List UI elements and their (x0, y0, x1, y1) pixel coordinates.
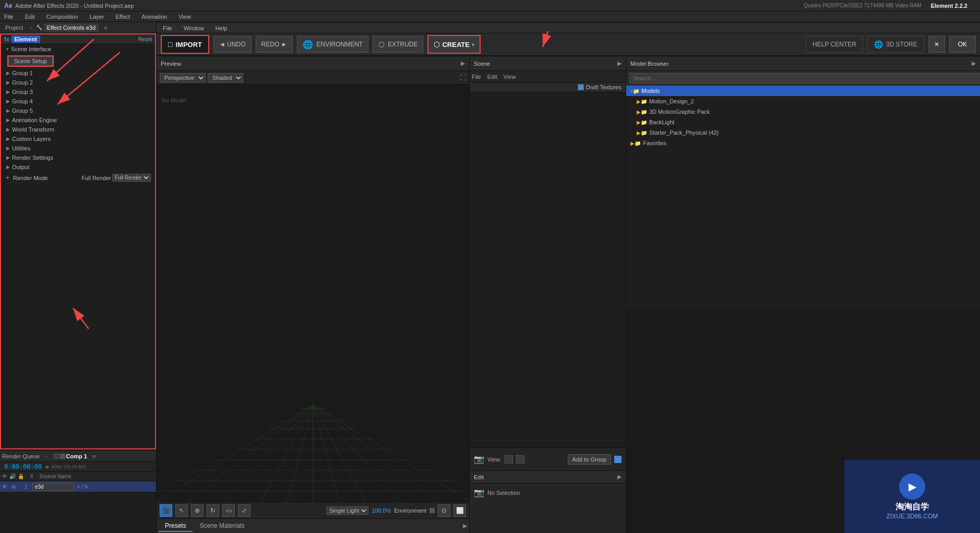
scene-setup-button[interactable]: Scene Setup (8, 56, 53, 66)
layer-row: 👁 ⊕ 1 e3d ≈ / fx (0, 481, 156, 492)
model-browser-search[interactable] (629, 73, 980, 84)
tabs-expand[interactable]: ▶ (463, 523, 467, 529)
scene-menu-window[interactable]: Window (182, 24, 206, 32)
scene-panel: Scene ▶ File Edit View Draft Textures 📷 … (470, 56, 626, 533)
menu-composition[interactable]: Composition (44, 13, 80, 21)
tab-project[interactable]: Project (2, 23, 26, 32)
mb-item-3d-motion[interactable]: ▶📁 3D MotionGraphic Pack (626, 106, 980, 117)
tree-output[interactable]: ▶ Output (1, 162, 155, 172)
tab-comp1[interactable]: Comp 1 (66, 453, 87, 459)
tree-world-transform[interactable]: ▶ World Transform (1, 125, 155, 134)
menu-bar: File Edit Composition Layer Effect Anima… (0, 11, 980, 22)
menu-animation[interactable]: Animation (139, 13, 169, 21)
folder-open-icon: ▾📁 (630, 88, 639, 94)
tree-animation-engine[interactable]: ▶ Animation Engine (1, 115, 155, 125)
store-button[interactable]: 🌐 3D STORE (867, 36, 924, 53)
time-display: 0:00:00:00 (2, 463, 44, 470)
scene-menu-help[interactable]: Help (213, 24, 230, 32)
scene-view[interactable]: View (504, 74, 516, 80)
preview-title: Preview (161, 61, 181, 67)
scene-edit[interactable]: Edit (487, 74, 497, 80)
menu-file[interactable]: File (2, 13, 16, 21)
timeline-toolbar: 0:00:00:00 ▶ 30fps (25.00 fps) (0, 462, 156, 472)
preview-expand[interactable]: ▶ (461, 60, 465, 67)
import-button[interactable]: □ IMPORT (161, 35, 209, 54)
svg-line-12 (313, 405, 469, 502)
help-button[interactable]: HELP CENTER (806, 36, 863, 53)
tree-group5[interactable]: ▶ Group 5 (1, 106, 155, 115)
tree-utilities[interactable]: ▶ Utilities (1, 144, 155, 153)
preview-tabs: Presets Scene Materials ▶ (157, 518, 469, 533)
add-to-group-button[interactable]: Add to Group (568, 454, 611, 465)
camera-btn[interactable]: 🎥 (160, 504, 172, 517)
draft-textures-checkbox[interactable] (578, 84, 584, 90)
mb-expand[interactable]: ▶ (972, 60, 976, 67)
menu-edit[interactable]: Edit (23, 13, 37, 21)
add-btn[interactable]: ⊕ (191, 504, 204, 517)
fit-view-btn[interactable]: ⬜ (453, 504, 466, 517)
view-btn1[interactable] (505, 455, 513, 464)
redo-button[interactable]: REDO ► (256, 36, 293, 53)
reset-button[interactable]: Reset (138, 37, 152, 42)
frame-btn[interactable]: ▭ (222, 504, 235, 517)
tab-presets[interactable]: Presets (159, 520, 193, 532)
close-button[interactable]: ✕ (928, 36, 945, 53)
edit-panel: Edit ▶ 📷 No Selection (470, 470, 626, 533)
view-btn2[interactable] (516, 455, 524, 464)
scene-file[interactable]: File (472, 74, 481, 80)
scene-menu-file[interactable]: File (161, 24, 174, 32)
tree-custom-layers[interactable]: ▶ Custom Layers (1, 134, 155, 144)
select-btn[interactable]: ↖ (175, 504, 188, 517)
timeline-tab-bar: Render Queue × Comp 1 ≡ (0, 451, 156, 462)
tree-scene-interface[interactable]: ▾ Scene Interface (1, 44, 155, 54)
layer-name[interactable]: e3d (32, 483, 74, 491)
model-browser-tree: ▾📁 Models ▶📁 Motion_Design_2 ▶📁 3D Motio… (626, 86, 980, 310)
viewport-bottom-toolbar: 🎥 ↖ ⊕ ↻ ▭ ⤢ Single Light 100.0% Environm… (157, 502, 469, 518)
svg-line-16 (287, 405, 313, 502)
scene-expand[interactable]: ▶ (617, 60, 622, 67)
mb-item-starter-pack[interactable]: ▶📁 Starter_Pack_Physical (42) (626, 127, 980, 138)
viewport-toolbar: Perspective Shaded ⛶ (157, 71, 469, 85)
extrude-button[interactable]: ⬡ EXTRUDE (373, 36, 423, 53)
edit-expand[interactable]: ▶ (617, 473, 622, 480)
menu-effect[interactable]: Effect (113, 13, 132, 21)
tab-scene-materials[interactable]: Scene Materials (194, 520, 251, 532)
edit-title: Edit (474, 474, 484, 480)
mb-item-models[interactable]: ▾📁 Models (626, 86, 980, 96)
ok-button[interactable]: OK (949, 36, 976, 53)
watermark: ▶ 淘淘自学 ZIXUE.3D66.COM (844, 460, 980, 533)
environment-button[interactable]: 🌐 ENVIRONMENT (297, 36, 368, 53)
view-label: View: (487, 456, 501, 463)
transform-btn[interactable]: ⤢ (238, 504, 250, 517)
render-mode-select[interactable]: Full Render (112, 174, 151, 182)
menu-view[interactable]: View (176, 13, 193, 21)
tree-render-settings[interactable]: ▶ Render Settings (1, 153, 155, 162)
rotate-btn[interactable]: ↻ (207, 504, 219, 517)
tree-group3[interactable]: ▶ Group 3 (1, 87, 155, 97)
tab-effect-controls[interactable]: Effect Controls e3d (44, 23, 99, 32)
reset-view-btn[interactable]: ⊙ (438, 504, 450, 517)
scene-menu: File Window Help (157, 23, 980, 33)
draft-textures-label: Draft Textures (586, 84, 622, 90)
folder-icon: ▶📁 (637, 109, 647, 115)
shaded-select[interactable]: Shaded (208, 73, 243, 82)
create-button[interactable]: ⬡ CREATE ▾ (427, 35, 480, 54)
viewport-expand-icon[interactable]: ⛶ (460, 74, 466, 81)
tree-group2[interactable]: ▶ Group 2 (1, 78, 155, 87)
undo-button[interactable]: ◄ UNDO (213, 36, 252, 53)
mb-item-favorites[interactable]: ▶📁 Favorites (626, 138, 980, 148)
preview-viewport[interactable]: Perspective Shaded ⛶ No Model (157, 71, 469, 502)
model-browser-header: Model Browser ▶ (626, 56, 980, 71)
perspective-select[interactable]: Perspective (160, 73, 206, 82)
no-model-text: No Model (162, 97, 186, 103)
mb-item-motion-design[interactable]: ▶📁 Motion_Design_2 (626, 96, 980, 106)
tree-group1[interactable]: ▶ Group 1 (1, 68, 155, 78)
mb-item-backlight[interactable]: ▶📁 BackLight (626, 117, 980, 127)
light-select[interactable]: Single Light (327, 506, 368, 515)
menu-layer[interactable]: Layer (88, 13, 106, 21)
group-color (614, 456, 622, 463)
watermark-logo: ▶ (899, 473, 925, 500)
folder-icon: ▶📁 (630, 140, 641, 146)
tree-group4[interactable]: ▶ Group 4 (1, 97, 155, 106)
tab-render-queue[interactable]: Render Queue (2, 453, 40, 459)
